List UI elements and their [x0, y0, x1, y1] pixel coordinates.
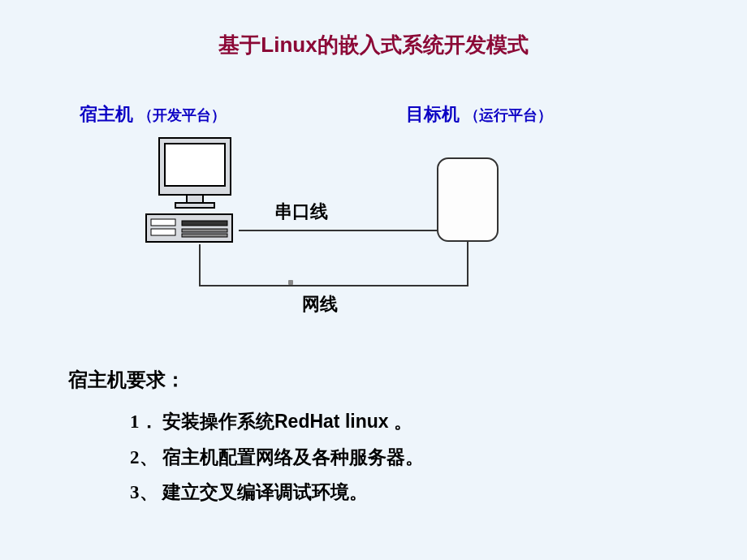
target-name: 目标机 — [406, 104, 460, 124]
item-text: 建立交叉编译调试环境。 — [162, 481, 368, 502]
serial-connection-line — [239, 230, 437, 231]
slide-title: 基于Linux的嵌入式系统开发模式 — [0, 31, 747, 59]
svg-rect-8 — [182, 229, 227, 232]
svg-rect-1 — [165, 144, 225, 186]
diagram: 串口线 网线 — [0, 136, 747, 323]
item-number: 3、 — [130, 475, 162, 510]
host-machine-label: 宿主机 （开发平台） — [80, 102, 226, 127]
svg-rect-7 — [182, 221, 227, 226]
list-item: 1．安装操作系统RedHat linux 。 — [130, 404, 424, 440]
target-subtitle: （运行平台） — [464, 107, 552, 123]
network-line-segment — [199, 285, 467, 286]
item-text: 宿主机配置网络及各种服务器。 — [162, 446, 424, 467]
host-subtitle: （开发平台） — [138, 107, 226, 123]
network-line-segment — [199, 244, 201, 285]
requirements-list: 1．安装操作系统RedHat linux 。 2、宿主机配置网络及各种服务器。 … — [130, 404, 424, 510]
center-marker — [288, 280, 293, 285]
svg-rect-2 — [187, 195, 203, 203]
item-text: 安装操作系统RedHat linux 。 — [162, 411, 412, 432]
svg-rect-9 — [182, 234, 227, 237]
target-machine-label: 目标机 （运行平台） — [406, 102, 552, 127]
network-label: 网线 — [302, 292, 338, 317]
list-item: 2、宿主机配置网络及各种服务器。 — [130, 440, 424, 476]
host-name: 宿主机 — [80, 104, 133, 124]
svg-rect-6 — [151, 229, 175, 235]
target-device-icon — [437, 157, 499, 242]
svg-rect-4 — [146, 214, 232, 242]
requirements-heading: 宿主机要求： — [68, 367, 185, 393]
item-number: 2、 — [130, 440, 162, 476]
list-item: 3、建立交叉编译调试环境。 — [130, 475, 424, 510]
host-computer-icon — [145, 136, 242, 253]
serial-label: 串口线 — [274, 200, 328, 224]
svg-rect-5 — [151, 219, 175, 226]
network-line-segment — [467, 242, 468, 286]
item-number: 1． — [130, 404, 162, 440]
svg-rect-3 — [175, 203, 214, 208]
